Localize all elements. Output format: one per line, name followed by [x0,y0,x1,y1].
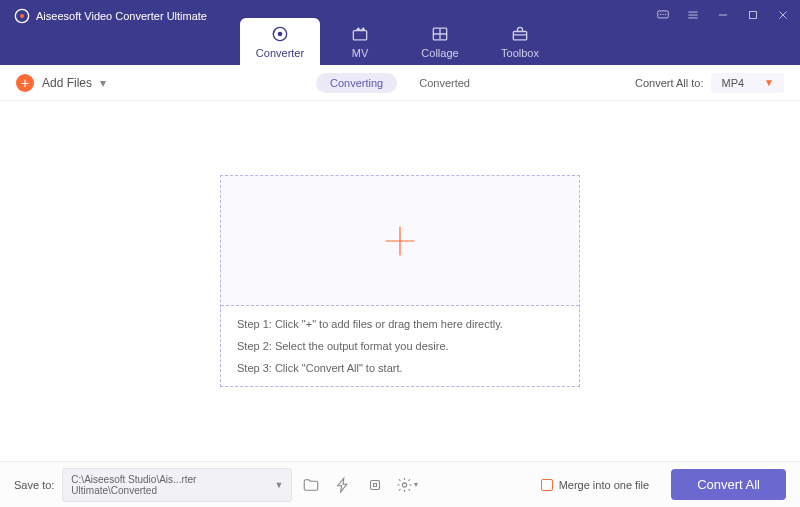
svg-rect-8 [513,32,526,40]
add-plus-icon: + [16,74,34,92]
add-files-button[interactable]: + Add Files ▾ [16,74,106,92]
gpu-toggle-button[interactable] [332,474,354,496]
step-1: Step 1: Click "+" to add files or drag t… [237,318,563,330]
mv-icon [350,24,370,44]
save-to-label: Save to: [14,479,54,491]
folder-icon [302,476,320,494]
tab-mv[interactable]: MV [320,18,400,65]
chevron-down-icon: ▾ [414,480,418,489]
tab-collage[interactable]: Collage [400,18,480,65]
svg-rect-3 [750,12,757,19]
main-area: Step 1: Click "+" to add files or drag t… [0,101,800,461]
chevron-down-icon: ▼ [764,77,774,88]
maximize-icon[interactable] [746,8,760,22]
window-controls [656,8,790,22]
pill-converting[interactable]: Converting [316,73,397,93]
checkbox-icon [541,479,553,491]
svg-point-5 [278,32,281,35]
tab-toolbox[interactable]: Toolbox [480,18,560,65]
convert-all-to-label: Convert All to: [635,77,703,89]
tab-converter[interactable]: Converter [240,18,320,65]
step-3: Step 3: Click "Convert All" to start. [237,362,563,374]
format-select[interactable]: MP4 ▼ [711,73,784,93]
convert-all-button[interactable]: Convert All [671,469,786,500]
settings-button[interactable]: ▾ [396,474,418,496]
minimize-icon[interactable] [716,8,730,22]
svg-rect-9 [371,480,380,489]
open-folder-button[interactable] [300,474,322,496]
add-plus-large-icon [380,221,420,261]
toolbox-icon [510,24,530,44]
merge-label: Merge into one file [559,479,650,491]
gear-icon [396,476,413,494]
footer: Save to: C:\Aiseesoft Studio\Ais...rter … [0,461,800,507]
convert-all-to: Convert All to: MP4 ▼ [635,73,784,93]
footer-tools: ▾ [300,474,418,496]
close-icon[interactable] [776,8,790,22]
svg-point-10 [403,482,407,486]
save-path-value: C:\Aiseesoft Studio\Ais...rter Ultimate\… [71,474,274,496]
svg-rect-6 [353,31,366,40]
chevron-down-icon: ▼ [274,480,283,490]
step-2: Step 2: Select the output format you des… [237,340,563,352]
dropzone[interactable]: Step 1: Click "+" to add files or drag t… [220,175,580,387]
merge-checkbox[interactable]: Merge into one file [541,479,650,491]
title-bar: Aiseesoft Video Converter Ultimate Conve… [0,0,800,65]
status-filter: Converting Converted [316,73,484,93]
toolbar: + Add Files ▾ Converting Converted Conve… [0,65,800,101]
format-value: MP4 [721,77,744,89]
app-title: Aiseesoft Video Converter Ultimate [36,10,207,22]
main-tabs: Converter MV Collage Toolbox [240,18,560,65]
app-brand: Aiseesoft Video Converter Ultimate [14,8,207,24]
menu-icon[interactable] [686,8,700,22]
dropzone-steps: Step 1: Click "+" to add files or drag t… [221,306,579,386]
save-path-select[interactable]: C:\Aiseesoft Studio\Ais...rter Ultimate\… [62,468,292,502]
app-logo-icon [14,8,30,24]
dropzone-target[interactable] [221,176,579,306]
feedback-icon[interactable] [656,8,670,22]
lightning-off-icon [334,476,352,494]
svg-point-1 [20,14,24,18]
collage-icon [430,24,450,44]
chip-off-icon [366,476,384,494]
add-files-label: Add Files [42,76,92,90]
chevron-down-icon: ▾ [100,76,106,90]
converter-icon [270,24,290,44]
high-speed-toggle-button[interactable] [364,474,386,496]
pill-converted[interactable]: Converted [405,73,484,93]
